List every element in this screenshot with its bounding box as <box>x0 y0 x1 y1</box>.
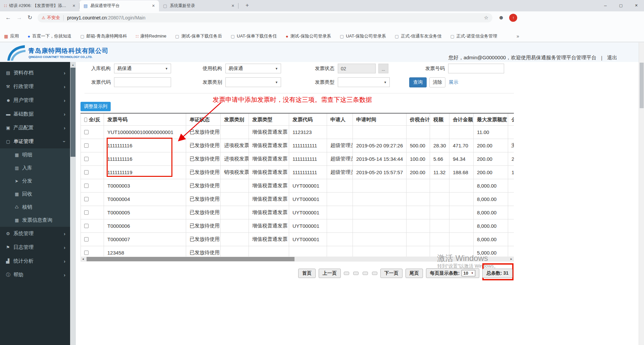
bookmark-item[interactable]: ▢ UAT-保单下载任务任 <box>231 33 277 39</box>
row-checkbox[interactable] <box>84 237 89 242</box>
bookmark-item[interactable]: ▢ 正式-诺亚信业务管理 <box>450 33 497 39</box>
sidebar-item[interactable]: ▢ 单证管理 › <box>0 135 70 148</box>
adjust-columns-button[interactable]: 调整显示列 <box>80 102 111 111</box>
logout-link[interactable]: 退出 <box>607 55 617 61</box>
chevron-right-icon: › <box>64 84 65 89</box>
sidebar-subitem[interactable]: ▦ 回收 <box>0 188 70 201</box>
bookmarks-bar: ▦ 应用 ● 百度一下，你就知道 ▢ 邮箱-青岛康特网络科 ∷ 康特Redmin… <box>0 24 644 42</box>
scroll-up-icon[interactable]: ▲ <box>70 62 76 67</box>
use-org-select[interactable]: 易保通▼ <box>225 64 281 73</box>
bookmarks-overflow-icon[interactable]: » <box>517 33 522 39</box>
sidebar-scrollbar-thumb[interactable] <box>70 68 75 157</box>
invoice-status-picker-button[interactable]: ... <box>378 64 388 73</box>
per-page-select[interactable]: 10 ▼ <box>462 270 475 276</box>
browser-tab[interactable]: ▢ 系统重新登录 ✕ <box>159 0 238 11</box>
invoice-type-select[interactable]: ▼ <box>338 77 390 87</box>
browser-update-icon[interactable]: ↑ <box>509 14 517 22</box>
bookmark-star-icon[interactable]: ☆ <box>484 15 488 21</box>
cell-applicant <box>327 233 353 246</box>
first-page-button[interactable]: 首页 <box>298 269 316 278</box>
invoice-number-link[interactable]: T0000003 <box>104 179 186 192</box>
sidebar-subitem[interactable]: ▦ 发票信息查询 <box>0 214 70 227</box>
maximize-icon[interactable]: ▢ <box>613 0 629 11</box>
row-checkbox[interactable] <box>84 143 89 148</box>
reload-icon[interactable]: ↻ <box>28 14 32 21</box>
tab-close-icon[interactable]: ✕ <box>151 3 156 9</box>
security-label[interactable]: 不安全 <box>47 15 60 21</box>
sidebar-item[interactable]: ⚑ 日志管理 › <box>0 240 70 254</box>
bookmark-label: 邮箱-青岛康特网络科 <box>86 33 127 39</box>
cell-extra: 2 <box>508 152 514 165</box>
sidebar-item[interactable]: ▤ 资料存档 › <box>0 66 70 80</box>
invoice-number-input[interactable] <box>448 64 504 73</box>
bookmark-item[interactable]: ● 百度一下，你就知道 <box>28 33 71 39</box>
db-icon: ▬ <box>6 112 13 117</box>
show-link[interactable]: 展示 <box>449 79 458 85</box>
invoice-code-input[interactable] <box>114 77 171 87</box>
row-checkbox[interactable] <box>84 130 89 134</box>
clear-button[interactable]: 清除 <box>429 77 445 87</box>
page-scrollbar[interactable] <box>639 43 644 345</box>
close-icon[interactable]: ✕ <box>629 0 644 11</box>
new-tab-button[interactable]: + <box>242 1 252 11</box>
bookmark-item[interactable]: ▢ 正式-信通车友业务佳 <box>395 33 442 39</box>
sidebar-item[interactable]: ☻ 用户管理 › <box>0 93 70 107</box>
tab-close-icon[interactable]: ✕ <box>71 3 77 9</box>
row-checkbox[interactable] <box>84 224 89 228</box>
invoice-number-link[interactable]: T0000005 <box>104 206 186 219</box>
bookmark-item[interactable]: ∷ 康特Redmine <box>136 33 166 39</box>
browser-tab[interactable]: ▤ 易保通管理平台 ✕ <box>79 0 159 11</box>
bookmark-item[interactable]: ▢ UAT-保险公司登录系 <box>340 33 386 39</box>
row-checkbox[interactable] <box>84 184 89 188</box>
row-checkbox[interactable] <box>84 157 89 161</box>
sidebar-item[interactable]: ▟ 统计分析 › <box>0 254 70 268</box>
sidebar-subitem[interactable]: ♺ 核销 <box>0 201 70 214</box>
row-checkbox[interactable] <box>84 251 89 255</box>
bookmark-item[interactable]: ▦ 应用 <box>4 33 19 39</box>
row-checkbox[interactable] <box>84 170 89 175</box>
horizontal-scrollbar-thumb[interactable] <box>87 257 294 261</box>
invoice-number-link[interactable]: T0000004 <box>104 193 186 206</box>
prev-page-button[interactable]: 上一页 <box>319 269 341 278</box>
page-number-button[interactable] <box>344 272 349 275</box>
security-warning-icon[interactable]: ⚠ <box>42 15 45 20</box>
invoice-number-link[interactable]: YUT10000000100000000001 <box>104 126 186 139</box>
sidebar-item[interactable]: ⚙ 系统管理 › <box>0 227 70 240</box>
sidebar-subitem[interactable]: ▦ 明细 <box>0 148 70 161</box>
bookmark-item[interactable]: ▢ 邮箱-青岛康特网络科 <box>80 33 127 39</box>
sidebar-item[interactable]: ⓘ 帮助 › <box>0 268 70 282</box>
tab-close-icon[interactable]: ✕ <box>230 3 236 9</box>
row-checkbox[interactable] <box>84 210 89 215</box>
invoice-category-select[interactable]: ▼ <box>225 77 281 87</box>
page-number-button[interactable] <box>372 272 377 275</box>
sidebar-subitem[interactable]: ➤ 分发 <box>0 175 70 188</box>
invoice-number-link[interactable]: T0000007 <box>104 233 186 246</box>
page-scrollbar-thumb[interactable] <box>640 63 644 108</box>
page-number-button[interactable] <box>363 272 368 275</box>
scroll-left-icon[interactable]: ◄ <box>80 257 86 262</box>
minimize-icon[interactable]: ─ <box>598 0 613 11</box>
storage-org-select[interactable]: 易保通▼ <box>114 64 171 73</box>
next-page-button[interactable]: 下一页 <box>380 269 402 278</box>
row-checkbox[interactable] <box>84 197 89 201</box>
sidebar-item[interactable]: ▬ 基础数据 › <box>0 107 70 121</box>
invoice-number-link[interactable]: T0000006 <box>104 219 186 232</box>
last-page-button[interactable]: 尾页 <box>406 269 423 278</box>
sidebar-subitem-label: 分发 <box>22 178 32 184</box>
address-bar[interactable]: ⚠ 不安全 proxy1.countnet.cn :20807/Login/Ma… <box>38 13 492 22</box>
back-icon[interactable]: ← <box>5 14 11 21</box>
pagination-bar: 首页 上一页 下一页 尾页 每页显示条数: 10 ▼ 总条数: 31 <box>298 268 513 278</box>
bookmark-item[interactable]: ▢ 测试-保单下载任务后 <box>175 33 222 39</box>
scroll-right-icon[interactable]: ► <box>509 257 514 262</box>
sidebar-subitem[interactable]: ▥ 入库 <box>0 161 70 175</box>
sidebar-item[interactable]: ⚒ 行政管理 › <box>0 80 70 93</box>
browser-tab[interactable]: ∷ 错误 #2906: 【发票管理】添加发 ✕ <box>0 0 79 11</box>
profile-avatar-icon[interactable]: ☻ <box>497 14 505 22</box>
sidebar-scrollbar[interactable]: ▲ <box>70 62 76 345</box>
page-number-button[interactable] <box>353 272 359 275</box>
sidebar-item[interactable]: ▣ 产品配置 › <box>0 121 70 135</box>
search-button[interactable]: 查询 <box>409 77 427 87</box>
select-all-checkbox[interactable] <box>84 118 87 122</box>
cell-applicant: 超级管理员 <box>327 152 353 165</box>
bookmark-item[interactable]: ● 测试-保险公司登录系 <box>286 33 331 39</box>
